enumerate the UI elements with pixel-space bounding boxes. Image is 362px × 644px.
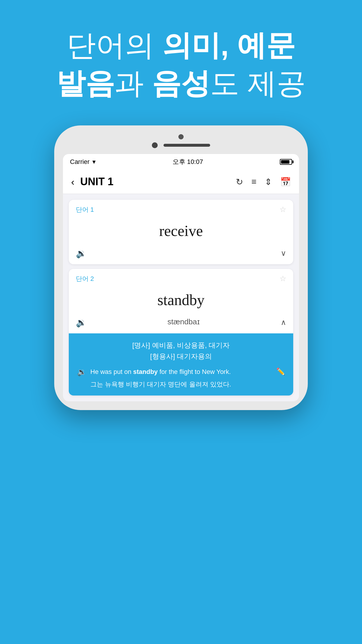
page-title: UNIT 1 (80, 176, 230, 188)
hero-section: 단어의 의미, 예문 발음과 음성도 제공 (56, 26, 306, 102)
card2-example-en: He was put on standby for the flight to … (90, 367, 272, 377)
example-en-bold: standby (133, 368, 158, 375)
card2-label: 단어 2 (76, 274, 94, 283)
battery-icon (280, 159, 292, 165)
card2-word: standby (69, 286, 293, 314)
hero-line1-normal: 단어의 (67, 29, 162, 62)
card2-collapse-icon[interactable]: ∧ (281, 318, 286, 327)
hero-line2-bold2: 음성 (152, 67, 210, 99)
hero-line1-bold: 의미, 예문 (162, 29, 295, 62)
card2-example-ko: 그는 뉴욕행 비행기 대기자 명단에 올려져 있었다. (90, 379, 272, 389)
card2-example-text: He was put on standby for the flight to … (90, 367, 272, 389)
nav-icons: ↻ ≡ ⇕ 📅 (236, 177, 291, 187)
carrier-text: Carrier (70, 158, 89, 166)
phone-top-bar (63, 134, 299, 154)
hero-line2-end: 도 제공 (210, 67, 306, 99)
card2-example-sound-icon[interactable]: 🔉 (77, 368, 86, 377)
card2-phonetic: stændbaɪ (160, 317, 207, 328)
home-button-dot (152, 142, 158, 148)
card1-sound-icon[interactable]: 🔉 (76, 248, 87, 258)
status-time: 오후 10:07 (173, 158, 203, 166)
status-right (280, 159, 292, 165)
camera-dot (178, 134, 184, 139)
card1-label: 단어 1 (76, 205, 94, 214)
cards-container: 단어 1 ☆ receive 🔉 ∨ 단어 2 ☆ standby 🔉 (63, 194, 299, 401)
card2-star[interactable]: ☆ (280, 274, 286, 283)
hero-line2-middle: 과 (115, 67, 152, 99)
status-left: Carrier ▾ (70, 158, 96, 166)
card2-meaning1: [명사] 예비품, 비상용품, 대기자 (77, 340, 285, 351)
word-card-2: 단어 2 ☆ standby 🔉 stændbaɪ ∧ [명사] 예비품, 비상… (69, 269, 293, 396)
phone-mockup: Carrier ▾ 오후 10:07 ‹ UNIT 1 ↻ ≡ ⇕ 📅 (54, 125, 308, 410)
hero-line2: 발음과 음성도 제공 (56, 64, 306, 102)
hero-line1: 단어의 의미, 예문 (56, 26, 306, 64)
sort-icon[interactable]: ⇕ (265, 177, 272, 187)
card1-word: receive (69, 216, 293, 245)
nav-bar: ‹ UNIT 1 ↻ ≡ ⇕ 📅 (63, 170, 299, 194)
back-button[interactable]: ‹ (71, 176, 74, 188)
list-icon[interactable]: ≡ (251, 177, 256, 187)
card1-expand-icon[interactable]: ∨ (281, 249, 286, 258)
card1-footer: 🔉 ∨ (69, 245, 293, 264)
word-card-1: 단어 1 ☆ receive 🔉 ∨ (69, 200, 293, 264)
wifi-icon: ▾ (92, 158, 96, 166)
speaker-bar (164, 144, 210, 147)
card2-header: 단어 2 ☆ (69, 269, 293, 286)
refresh-icon[interactable]: ↻ (236, 177, 243, 187)
example-en-pre: He was put on (90, 368, 133, 375)
status-bar: Carrier ▾ 오후 10:07 (63, 154, 299, 170)
card1-star[interactable]: ☆ (280, 205, 286, 214)
calendar-icon[interactable]: 📅 (280, 177, 291, 187)
card2-footer: 🔉 stændbaɪ ∧ (69, 314, 293, 333)
phone-screen: Carrier ▾ 오후 10:07 ‹ UNIT 1 ↻ ≡ ⇕ 📅 (63, 154, 299, 401)
battery-fill (281, 160, 289, 164)
card2-example: 🔉 He was put on standby for the flight t… (77, 367, 285, 389)
edit-icon[interactable]: ✏️ (276, 368, 285, 376)
example-en-post: for the flight to New York. (158, 368, 231, 375)
card2-meaning2: [형용사] 대기자용의 (77, 351, 285, 362)
card2-meaning: [명사] 예비품, 비상용품, 대기자 [형용사] 대기자용의 (77, 340, 285, 362)
hero-line2-bold1: 발음 (56, 67, 115, 99)
card1-header: 단어 1 ☆ (69, 200, 293, 216)
phone-controls (152, 142, 210, 148)
card2-sound-icon[interactable]: 🔉 (76, 317, 87, 328)
card2-expanded: [명사] 예비품, 비상용품, 대기자 [형용사] 대기자용의 🔉 He was… (69, 333, 293, 396)
